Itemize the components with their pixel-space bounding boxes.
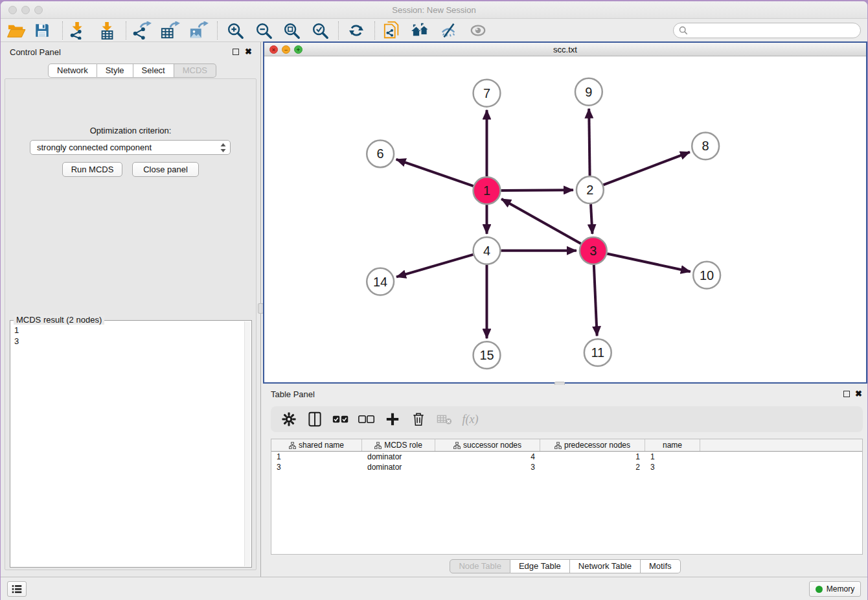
zoom-in-icon[interactable] <box>223 21 247 40</box>
column-header-name[interactable]: name <box>645 439 700 451</box>
cell-MCDS-role[interactable]: dominator <box>362 462 435 472</box>
split-table-icon[interactable] <box>303 409 326 430</box>
add-column-icon[interactable] <box>381 409 404 430</box>
zoom-fit-icon[interactable] <box>280 21 303 40</box>
memory-button[interactable]: Memory <box>809 581 861 597</box>
cell-predecessor-nodes[interactable]: 1 <box>540 452 645 462</box>
graph-node-11[interactable]: 11 <box>584 339 611 366</box>
network-canvas[interactable]: 7968124314101511 <box>264 56 866 382</box>
toolbar-separator <box>62 21 63 40</box>
tab-edge-table[interactable]: Edge Table <box>510 559 570 573</box>
export-image-icon[interactable] <box>187 21 210 40</box>
graph-node-6[interactable]: 6 <box>367 140 394 167</box>
node-label: 11 <box>591 345 604 360</box>
dropdown-stepper-icon <box>220 143 226 153</box>
zoom-selected-icon[interactable] <box>308 21 332 40</box>
toolbar-separator <box>374 21 375 40</box>
zoom-out-icon[interactable] <box>252 21 275 40</box>
graph-node-9[interactable]: 9 <box>575 78 602 106</box>
tab-network-table[interactable]: Network Table <box>570 559 641 573</box>
cell-name[interactable]: 1 <box>645 452 700 462</box>
tab-select[interactable]: Select <box>133 63 174 78</box>
edge-3-1[interactable] <box>501 199 581 244</box>
node-label: 2 <box>586 183 593 197</box>
graph-node-15[interactable]: 15 <box>474 341 501 369</box>
graph-node-2[interactable]: 2 <box>577 176 604 203</box>
table-row[interactable]: 3dominator323 <box>271 462 862 472</box>
criterion-dropdown[interactable]: strongly connected component <box>30 140 231 155</box>
show-all-networks-icon[interactable] <box>409 21 432 40</box>
edge-1-2[interactable] <box>501 190 573 190</box>
cell-shared-name[interactable]: 3 <box>271 462 362 472</box>
graph-node-7[interactable]: 7 <box>474 80 501 107</box>
tab-mcds[interactable]: MCDS <box>174 63 216 78</box>
graph-node-4[interactable]: 4 <box>474 237 501 264</box>
column-settings-icon[interactable] <box>277 409 301 430</box>
select-all-icon[interactable] <box>329 409 352 430</box>
mcds-result-list[interactable]: 13 <box>12 322 244 566</box>
deselect-all-icon[interactable] <box>355 409 378 430</box>
console-log-button[interactable] <box>7 581 27 597</box>
column-header-successor-nodes[interactable]: successor nodes <box>435 439 540 451</box>
graph-node-14[interactable]: 14 <box>367 268 394 295</box>
cell-predecessor-nodes[interactable]: 2 <box>540 462 645 472</box>
export-table-icon[interactable] <box>158 21 181 40</box>
graph-node-3[interactable]: 3 <box>580 237 607 264</box>
export-network-icon[interactable] <box>130 21 154 40</box>
save-session-icon[interactable] <box>30 21 54 40</box>
close-panel-button[interactable]: Close panel <box>132 162 199 177</box>
control-panel-tabs: NetworkStyleSelectMCDS <box>48 63 216 78</box>
cell-MCDS-role[interactable]: dominator <box>362 452 435 462</box>
cell-successor-nodes[interactable]: 3 <box>435 462 540 472</box>
network-window-titlebar[interactable]: × – + scc.txt <box>264 43 866 56</box>
edge-4-14[interactable] <box>396 255 473 277</box>
edge-2-8[interactable] <box>603 152 690 185</box>
import-table-icon[interactable] <box>96 21 119 40</box>
edge-1-6[interactable] <box>396 159 474 186</box>
graph-node-1[interactable]: 1 <box>474 177 501 204</box>
close-panel-icon[interactable]: ✖ <box>245 48 252 56</box>
search-field[interactable] <box>673 23 861 38</box>
float-panel-icon[interactable] <box>233 49 239 55</box>
node-table[interactable]: shared nameMCDS rolesuccessor nodesprede… <box>271 439 863 555</box>
cell-successor-nodes[interactable]: 4 <box>435 452 540 462</box>
tab-motifs[interactable]: Motifs <box>641 559 681 573</box>
new-network-file-icon[interactable] <box>380 21 404 40</box>
column-header-shared-name[interactable]: shared name <box>271 439 362 451</box>
delete-column-icon[interactable] <box>407 409 430 430</box>
network-view-window: × – + scc.txt 7968124314101511 <box>263 41 867 384</box>
edge-3-10[interactable] <box>607 253 691 271</box>
result-scrollbar[interactable] <box>244 321 251 566</box>
table-body: 1dominator4113dominator323 <box>271 452 862 472</box>
mcds-result-item[interactable]: 1 <box>14 325 241 336</box>
run-mcds-button[interactable]: Run MCDS <box>62 162 122 177</box>
memory-status-icon <box>816 586 823 593</box>
node-label: 10 <box>700 268 714 283</box>
edge-2-3[interactable] <box>591 204 592 234</box>
column-header-MCDS-role[interactable]: MCDS role <box>362 439 435 451</box>
tab-style[interactable]: Style <box>97 63 133 78</box>
hide-selection-icon[interactable] <box>437 21 461 40</box>
import-network-icon[interactable] <box>66 21 89 40</box>
table-row[interactable]: 1dominator411 <box>271 452 862 462</box>
tab-node-table[interactable]: Node Table <box>450 559 510 573</box>
table-header-row: shared nameMCDS rolesuccessor nodesprede… <box>271 439 862 452</box>
edge-3-11[interactable] <box>594 265 597 336</box>
open-session-icon[interactable] <box>5 21 28 40</box>
graph-node-10[interactable]: 10 <box>693 262 720 289</box>
node-label: 3 <box>589 244 597 258</box>
graph-node-8[interactable]: 8 <box>692 133 719 160</box>
table-panel: Table Panel ✖ <box>263 385 867 577</box>
edge-2-9[interactable] <box>589 109 589 176</box>
table-close-panel-icon[interactable]: ✖ <box>855 390 862 398</box>
table-float-panel-icon[interactable] <box>843 391 850 397</box>
mcds-result-item[interactable]: 3 <box>14 336 241 347</box>
column-header-predecessor-nodes[interactable]: predecessor nodes <box>540 439 645 451</box>
search-input[interactable] <box>691 26 860 35</box>
cell-shared-name[interactable]: 1 <box>271 452 362 462</box>
cell-name[interactable]: 3 <box>645 462 700 472</box>
show-hidden-icon <box>466 21 490 40</box>
network-graph[interactable]: 7968124314101511 <box>264 56 866 382</box>
tab-network[interactable]: Network <box>48 63 97 78</box>
refresh-view-icon[interactable] <box>345 21 368 40</box>
